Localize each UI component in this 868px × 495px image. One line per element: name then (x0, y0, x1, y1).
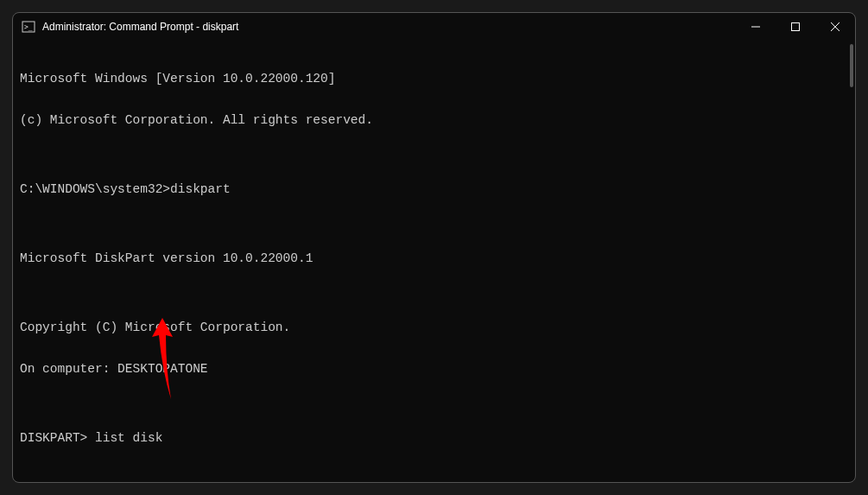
window-title: Administrator: Command Prompt - diskpart (42, 21, 736, 33)
cmd-icon: >_ (22, 20, 35, 34)
terminal-line: On computer: DESKTOPATONE (20, 362, 848, 376)
command-prompt-window: >_ Administrator: Command Prompt - diskp… (12, 12, 856, 483)
maximize-button[interactable] (776, 13, 815, 41)
terminal-output[interactable]: Microsoft Windows [Version 10.0.22000.12… (13, 41, 855, 482)
terminal-line: C:\WINDOWS\system32>diskpart (20, 182, 848, 196)
window-controls (736, 13, 855, 41)
titlebar[interactable]: >_ Administrator: Command Prompt - diskp… (13, 13, 855, 41)
scrollbar-thumb[interactable] (850, 44, 853, 87)
close-button[interactable] (815, 13, 855, 41)
terminal-line: DISKPART> list disk (20, 431, 848, 445)
terminal-line: Microsoft DiskPart version 10.0.22000.1 (20, 251, 848, 265)
terminal-line: (c) Microsoft Corporation. All rights re… (20, 113, 848, 127)
terminal-line: Microsoft Windows [Version 10.0.22000.12… (20, 72, 848, 86)
terminal-line: Copyright (C) Microsoft Corporation. (20, 320, 848, 334)
minimize-button[interactable] (736, 13, 776, 41)
svg-rect-3 (792, 23, 800, 31)
svg-text:>_: >_ (24, 23, 33, 31)
